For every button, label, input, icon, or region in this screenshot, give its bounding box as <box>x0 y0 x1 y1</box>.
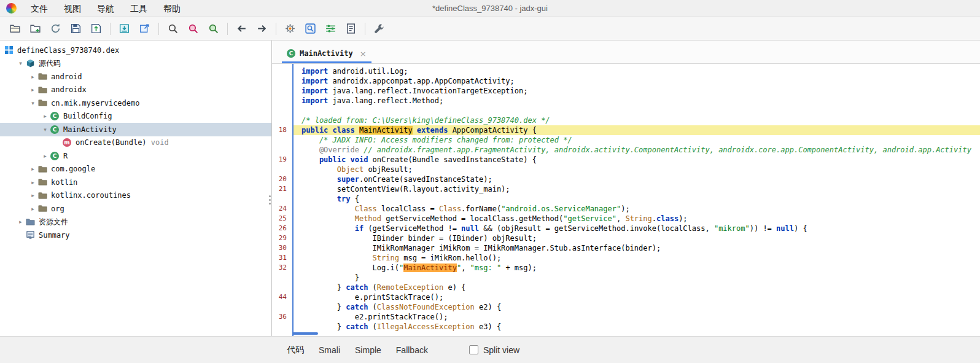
chevron-down-icon[interactable]: ▾ <box>28 100 37 106</box>
code-line-text: import androidx.appcompat.app.AppCompatA… <box>292 76 980 86</box>
tree-item-androidx[interactable]: ▸androidx <box>0 84 271 97</box>
open-preview-button[interactable] <box>136 20 153 37</box>
save-all-button[interactable] <box>68 20 84 37</box>
tree-item-org[interactable]: ▸org <box>0 202 271 216</box>
code-line[interactable]: /* loaded from: C:\Users\king\defineClas… <box>272 115 980 125</box>
folder-icon <box>37 72 47 82</box>
bottombar: 代码SmaliSimpleFallback Split view <box>0 336 980 363</box>
code-line[interactable]: import java.lang.reflect.InvocationTarge… <box>272 86 980 96</box>
code-line[interactable]: 20 super.onCreate(savedInstanceState); <box>272 174 980 184</box>
reload-button[interactable] <box>47 20 64 37</box>
code-line[interactable]: try { <box>272 194 980 204</box>
chevron-right-icon[interactable]: ▸ <box>28 166 37 172</box>
split-view-checkbox[interactable] <box>469 345 478 354</box>
method-icon: m <box>62 138 72 147</box>
menu-item-view[interactable]: 视图 <box>56 0 89 17</box>
split-view-label: Split view <box>483 345 519 355</box>
tree-item-kotlinx-coroutines[interactable]: ▸kotlinx.coroutines <box>0 189 271 203</box>
tree-item-label: kotlinx.coroutines <box>51 191 131 200</box>
code-line[interactable]: 26 if (getServiceMethod != null && (objR… <box>272 224 980 233</box>
code-line[interactable]: } catch (IllegalAccessException e3) { <box>272 322 980 332</box>
tab-mainactivity[interactable]: C MainActivity × <box>281 44 373 63</box>
chevron-right-icon[interactable]: ▸ <box>28 74 37 80</box>
open-preview-icon <box>139 23 150 34</box>
code-line[interactable]: @Override // androidx.fragment.app.Fragm… <box>272 145 980 155</box>
chevron-right-icon[interactable]: ▸ <box>16 219 25 225</box>
close-icon[interactable]: × <box>360 49 367 58</box>
tree-item-r[interactable]: ▸CR <box>0 149 271 163</box>
code-line[interactable]: import androidx.appcompat.app.AppCompatA… <box>272 76 980 86</box>
code-line[interactable]: 24 Class localClass = Class.forName("and… <box>272 204 980 214</box>
log-viewer-icon <box>345 23 357 34</box>
code-line[interactable]: 19 public void onCreate(Bundle savedInst… <box>272 155 980 165</box>
tab-fallback[interactable]: Fallback <box>389 337 435 363</box>
nav-forward-button[interactable] <box>254 20 270 37</box>
code-line[interactable]: } <box>272 273 980 283</box>
tab-smali[interactable]: Smali <box>311 337 348 363</box>
menu-item-tools[interactable]: 工具 <box>122 0 155 17</box>
horizontal-scrollbar-thumb[interactable] <box>292 332 318 335</box>
comment-search-button[interactable] <box>205 20 222 37</box>
menu-item-navigation[interactable]: 导航 <box>89 0 122 17</box>
tree-item-mainactivity[interactable]: ▾CMainActivity <box>0 123 271 136</box>
text-search-button[interactable] <box>165 20 181 37</box>
class-search-button[interactable] <box>185 20 201 37</box>
code-line[interactable]: 21 setContentView(R.layout.activity_main… <box>272 184 980 194</box>
chevron-right-icon[interactable]: ▸ <box>28 192 37 198</box>
chevron-right-icon[interactable]: ▸ <box>41 113 50 119</box>
line-number: 20 <box>272 174 292 184</box>
tab-code[interactable]: 代码 <box>279 337 311 363</box>
code-line[interactable]: import java.lang.reflect.Method; <box>272 96 980 106</box>
tree-item-dex-root[interactable]: defineClass_9738740.dex <box>0 44 271 57</box>
tree-item-com-google[interactable]: ▸com.google <box>0 163 271 176</box>
line-number <box>272 106 292 115</box>
quark-button[interactable] <box>302 20 319 37</box>
code-line[interactable]: } catch (ClassNotFoundException e2) { <box>272 302 980 312</box>
code-line[interactable]: Object objResult; <box>272 165 980 174</box>
tree-item-oncreate[interactable]: monCreate(Bundle) void <box>0 136 271 150</box>
tree-item-source-code[interactable]: ▾源代码 <box>0 57 271 71</box>
add-files-button[interactable] <box>27 20 44 37</box>
code-line[interactable]: 32 Log.i("MainActivity", "msg: " + msg); <box>272 263 980 273</box>
tree-item-android[interactable]: ▸android <box>0 70 271 84</box>
chevron-right-icon[interactable]: ▸ <box>41 153 50 159</box>
tree-item-kotlin[interactable]: ▸kotlin <box>0 176 271 189</box>
code-line[interactable]: 31 String msg = iMikRom.hello(); <box>272 253 980 263</box>
nav-back-button[interactable] <box>233 20 250 37</box>
chevron-down-icon[interactable]: ▾ <box>16 60 25 66</box>
code-line-text: if (getServiceMethod != null && (objResu… <box>292 224 980 233</box>
jadx-logo-icon <box>6 3 17 14</box>
debugger-button[interactable] <box>322 20 339 37</box>
code-line[interactable]: 25 Method getServiceMethod = localClass.… <box>272 214 980 224</box>
import-dex-button[interactable] <box>116 20 133 37</box>
code-line[interactable]: 30 IMikRomManager iMikRom = IMikRomManag… <box>272 243 980 253</box>
tree-item-summary[interactable]: Summary <box>0 228 271 242</box>
menu-item-help[interactable]: 帮助 <box>155 0 189 17</box>
preferences-button[interactable] <box>371 20 387 37</box>
deobfuscation-button[interactable] <box>282 20 298 37</box>
code-line[interactable]: } catch (RemoteException e) { <box>272 283 980 292</box>
tab-simple[interactable]: Simple <box>348 337 389 363</box>
chevron-right-icon[interactable]: ▸ <box>28 206 37 212</box>
code-line[interactable] <box>272 106 980 115</box>
tree-item-cn-mik-myservicedemo[interactable]: ▾cn.mik.myservicedemo <box>0 96 271 110</box>
code-editor[interactable]: import android.util.Log;import androidx.… <box>272 64 980 336</box>
code-line[interactable]: /* JADX INFO: Access modifiers changed f… <box>272 135 980 145</box>
code-line[interactable]: 18public class MainActivity extends AppC… <box>272 125 980 135</box>
tree-item-buildconfig[interactable]: ▸CBuildConfig <box>0 110 271 123</box>
code-line[interactable]: 36 e2.printStackTrace(); <box>272 312 980 322</box>
export-button[interactable] <box>88 20 104 37</box>
code-line[interactable]: import android.util.Log; <box>272 66 980 76</box>
tree-item-label: 源代码 <box>39 58 61 69</box>
code-line[interactable]: 44 e.printStackTrace(); <box>272 292 980 302</box>
chevron-right-icon[interactable]: ▸ <box>28 179 37 185</box>
code-line[interactable]: 29 IBinder binder = (IBinder) objResult; <box>272 233 980 243</box>
tree-item-resources[interactable]: ▸资源文件 <box>0 216 271 229</box>
open-folder-button[interactable] <box>7 20 23 37</box>
splitter-grip[interactable] <box>269 195 271 205</box>
menu-item-file[interactable]: 文件 <box>23 0 56 17</box>
chevron-down-icon[interactable]: ▾ <box>41 127 50 133</box>
log-viewer-button[interactable] <box>343 20 359 37</box>
tree-item-label: com.google <box>51 165 95 173</box>
chevron-right-icon[interactable]: ▸ <box>28 87 37 93</box>
